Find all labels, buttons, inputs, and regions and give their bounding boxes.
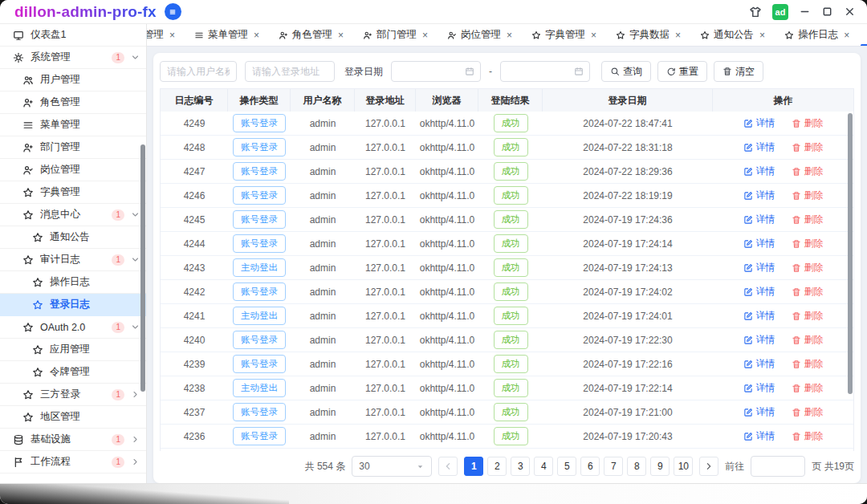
tab[interactable]: 角色管理×: [269, 24, 353, 47]
sidebar-item[interactable]: 仪表盘1: [0, 24, 146, 47]
sidebar-item[interactable]: 菜单管理: [0, 114, 146, 136]
sidebar-item[interactable]: 消息中心1: [0, 204, 146, 226]
tab[interactable]: 登录日志×: [859, 24, 867, 47]
sidebar-item[interactable]: OAuth 2.01: [0, 316, 146, 339]
close-icon[interactable]: [844, 6, 856, 18]
address-input[interactable]: [245, 61, 335, 82]
detail-link[interactable]: 详情: [743, 381, 775, 395]
sidebar-item[interactable]: 通知公告: [0, 226, 146, 249]
page-size-select[interactable]: 30: [352, 456, 432, 477]
page-button-1[interactable]: 1: [464, 457, 483, 476]
tab[interactable]: 通知公告×: [690, 24, 775, 47]
delete-link[interactable]: 删除: [792, 261, 824, 274]
goto-page-input[interactable]: [751, 456, 805, 477]
sidebar-scrollbar[interactable]: [140, 144, 145, 392]
detail-link[interactable]: 详情: [743, 405, 775, 419]
detail-link-label: 详情: [756, 189, 775, 202]
tab-close-icon[interactable]: ×: [759, 30, 765, 41]
detail-link[interactable]: 详情: [743, 285, 775, 299]
page-button-2[interactable]: 2: [487, 457, 507, 476]
delete-link[interactable]: 删除: [792, 309, 824, 323]
page-button-8[interactable]: 8: [627, 457, 646, 476]
detail-link[interactable]: 详情: [743, 165, 775, 178]
sidebar-item[interactable]: 岗位管理: [0, 159, 146, 181]
detail-link[interactable]: 详情: [743, 261, 775, 274]
detail-link[interactable]: 详情: [743, 140, 775, 154]
clear-button[interactable]: 清空: [714, 61, 763, 82]
page-button-5[interactable]: 5: [557, 457, 576, 476]
star-icon: [616, 30, 625, 40]
tab-label: 操作日志: [798, 28, 838, 42]
delete-link[interactable]: 删除: [792, 405, 824, 419]
maximize-icon[interactable]: [821, 6, 833, 18]
sidebar-item[interactable]: 部门管理: [0, 136, 146, 159]
detail-link[interactable]: 详情: [743, 333, 775, 347]
date-start-input[interactable]: [391, 61, 481, 82]
tab-close-icon[interactable]: ×: [338, 30, 344, 41]
delete-link[interactable]: 删除: [792, 285, 824, 299]
tab[interactable]: 字典数据×: [606, 24, 690, 47]
username-input[interactable]: [160, 61, 237, 82]
tab[interactable]: 字典管理×: [522, 24, 606, 47]
tab[interactable]: 岗位管理×: [438, 24, 522, 47]
delete-link[interactable]: 删除: [792, 429, 824, 443]
tab[interactable]: 部门管理×: [353, 24, 438, 47]
minimize-icon[interactable]: [799, 6, 811, 18]
tab-close-icon[interactable]: ×: [254, 30, 259, 41]
detail-link[interactable]: 详情: [743, 309, 775, 323]
sidebar-item[interactable]: 应用管理: [0, 339, 146, 361]
next-page-button[interactable]: [699, 457, 718, 476]
sidebar-item[interactable]: 基础设施1: [0, 429, 146, 451]
sidebar-item[interactable]: 审计日志1: [0, 249, 146, 271]
page-button-10[interactable]: 10: [674, 457, 693, 476]
sidebar-item[interactable]: 令牌管理: [0, 361, 146, 384]
browser-cell: [416, 449, 478, 451]
user-avatar[interactable]: ad: [772, 4, 788, 20]
sidebar-item[interactable]: 系统管理1: [0, 47, 146, 69]
detail-link[interactable]: 详情: [743, 357, 775, 371]
page-button-3[interactable]: 3: [511, 457, 530, 476]
delete-link[interactable]: 删除: [792, 381, 824, 395]
prev-page-button[interactable]: [438, 457, 458, 476]
date-end-input[interactable]: [500, 61, 590, 82]
hamburger-menu-button[interactable]: [165, 3, 181, 20]
detail-link[interactable]: 详情: [743, 189, 775, 202]
sidebar-item[interactable]: 操作日志: [0, 271, 146, 294]
delete-link[interactable]: 删除: [792, 140, 824, 154]
tab-close-icon[interactable]: ×: [591, 30, 596, 41]
tab-close-icon[interactable]: ×: [422, 30, 428, 41]
tab[interactable]: 菜单管理×: [185, 24, 269, 47]
tab[interactable]: 用户管理×: [147, 24, 185, 47]
search-button[interactable]: 查询: [601, 61, 651, 82]
delete-link[interactable]: 删除: [792, 165, 824, 178]
detail-link[interactable]: 详情: [743, 116, 775, 130]
sidebar-item[interactable]: 三方登录1: [0, 384, 146, 406]
table-scrollbar[interactable]: [848, 113, 853, 394]
sidebar-item[interactable]: 字典管理: [0, 181, 146, 204]
tab-close-icon[interactable]: ×: [169, 30, 175, 41]
tab-close-icon[interactable]: ×: [675, 30, 681, 41]
delete-link[interactable]: 删除: [792, 189, 824, 202]
delete-link[interactable]: 删除: [792, 237, 824, 250]
delete-link[interactable]: 删除: [792, 116, 824, 130]
sidebar-item[interactable]: 登录日志: [0, 294, 146, 316]
reset-button[interactable]: 重置: [657, 61, 707, 82]
theme-shirt-icon[interactable]: [749, 6, 762, 18]
page-button-9[interactable]: 9: [650, 457, 670, 476]
delete-link[interactable]: 删除: [792, 357, 824, 371]
detail-link[interactable]: 详情: [743, 237, 775, 250]
tab-close-icon[interactable]: ×: [507, 30, 512, 41]
tab[interactable]: 操作日志×: [775, 24, 859, 47]
sidebar-item[interactable]: 角色管理: [0, 91, 146, 114]
page-button-7[interactable]: 7: [604, 457, 623, 476]
delete-link[interactable]: 删除: [792, 213, 824, 226]
page-button-6[interactable]: 6: [580, 457, 600, 476]
detail-link[interactable]: 详情: [743, 429, 775, 443]
tab-close-icon[interactable]: ×: [844, 30, 849, 41]
sidebar-item[interactable]: 地区管理: [0, 406, 146, 429]
delete-link[interactable]: 删除: [792, 333, 824, 347]
sidebar-item[interactable]: 用户管理: [0, 69, 146, 91]
sidebar-item[interactable]: 工作流程1: [0, 451, 146, 474]
detail-link[interactable]: 详情: [743, 213, 775, 226]
page-button-4[interactable]: 4: [534, 457, 553, 476]
